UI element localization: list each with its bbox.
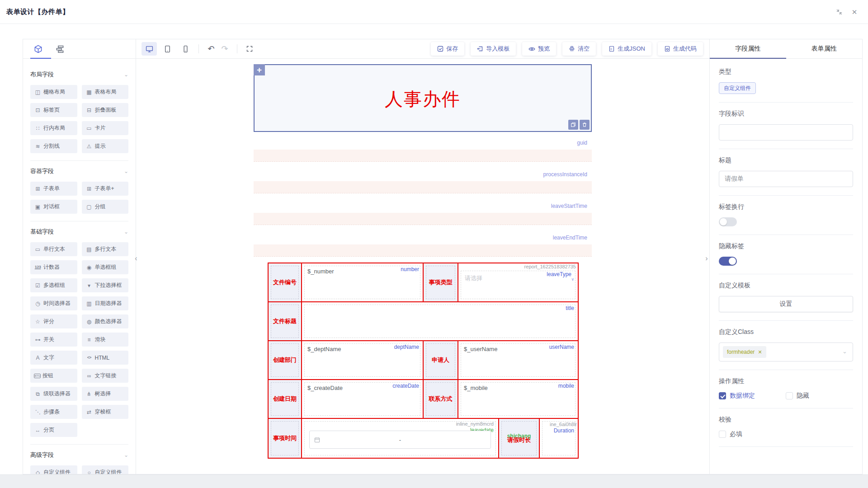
- palette-item-group[interactable]: ▢分组: [82, 200, 129, 214]
- label-cell[interactable]: 创建部门: [269, 341, 302, 379]
- chevron-down-icon[interactable]: ⌄: [124, 71, 128, 78]
- device-tablet-button[interactable]: [160, 42, 175, 56]
- hidden-field-processInstanceId[interactable]: processInstanceId: [254, 168, 592, 193]
- palette-item-color-picker[interactable]: ◍颜色选择器: [82, 314, 129, 328]
- palette-item-multi-line-text[interactable]: ▤多行文本: [82, 242, 129, 256]
- palette-item-pagination[interactable]: ↔分页: [30, 423, 77, 437]
- preview-button[interactable]: 预览: [522, 42, 556, 56]
- chevron-down-icon[interactable]: ⌄: [124, 452, 128, 458]
- field-cell-number[interactable]: $_number number: [302, 263, 424, 301]
- import-template-button[interactable]: 导入模板: [471, 42, 516, 56]
- remove-tag-icon[interactable]: ✕: [758, 349, 762, 355]
- fullscreen-canvas-icon[interactable]: [243, 42, 256, 56]
- palette-item-tab-page[interactable]: ⊡标签页: [30, 103, 77, 117]
- clear-button[interactable]: 清空: [562, 42, 596, 56]
- label-cell[interactable]: 创建日期: [269, 380, 302, 418]
- checkbox-unchecked-icon[interactable]: [719, 431, 726, 438]
- generate-code-button[interactable]: 生成代码: [658, 42, 703, 56]
- label-cell-duration[interactable]: shichang 请假时长: [499, 419, 540, 458]
- design-canvas[interactable]: + 人事办件: [136, 59, 709, 474]
- palette-item-dialog[interactable]: ▣对话框: [30, 200, 77, 214]
- undo-icon[interactable]: ↶: [204, 42, 218, 56]
- label-cell[interactable]: 联系方式: [424, 380, 458, 418]
- save-button[interactable]: 保存: [431, 42, 464, 56]
- custom-class-select[interactable]: formheader ✕ ⌄: [719, 343, 853, 361]
- field-cell-createDate[interactable]: $_createDate createDate: [302, 380, 424, 418]
- field-cell-mobile[interactable]: $_mobile mobile: [458, 380, 578, 418]
- chevron-down-icon[interactable]: ⌄: [124, 229, 128, 235]
- palette-item-steps[interactable]: ⋱步骤条: [30, 405, 77, 419]
- palette-item-text[interactable]: A文字: [30, 351, 77, 365]
- field-key-input[interactable]: [719, 124, 853, 141]
- palette-item-transfer[interactable]: ⇄穿梭框: [82, 405, 129, 419]
- template-settings-button[interactable]: 设置: [719, 296, 853, 312]
- checkbox-checked-icon[interactable]: [719, 392, 726, 399]
- label-cell[interactable]: 事项时间: [269, 419, 302, 458]
- chevron-down-icon[interactable]: ⌄: [124, 168, 128, 174]
- collapse-right-panel-icon[interactable]: ›: [703, 249, 710, 267]
- palette-item-divider[interactable]: ≋分割线: [30, 139, 77, 153]
- palette-item-subform[interactable]: ⊞子表单: [30, 182, 77, 196]
- tab-outline-icon[interactable]: [55, 44, 65, 54]
- field-cell-title[interactable]: title: [302, 302, 578, 340]
- delete-component-icon[interactable]: [580, 120, 590, 130]
- field-cell-userName[interactable]: $_userName userName: [458, 341, 578, 379]
- palette-item-grid-layout[interactable]: ◫栅格布局: [30, 85, 77, 99]
- palette-item-button[interactable]: BTN按钮: [30, 369, 77, 383]
- palette-item-radio-group[interactable]: ◉单选框组: [82, 260, 129, 274]
- palette-item-date-picker[interactable]: ▥日期选择器: [82, 296, 129, 310]
- hidden-field-leaveEndTime[interactable]: leaveEndTime: [254, 231, 592, 257]
- palette-item-single-line-text[interactable]: ▭单行文本: [30, 242, 77, 256]
- palette-item-slider[interactable]: ≡滑块: [82, 333, 129, 347]
- palette-item-subform-plus[interactable]: ⊞子表单+: [82, 182, 129, 196]
- checkbox-unchecked-icon[interactable]: [786, 392, 793, 399]
- label-wrap-toggle[interactable]: [719, 217, 737, 226]
- hide-label-toggle[interactable]: [719, 257, 737, 266]
- palette-item-custom-component[interactable]: ◇自定义组件: [30, 465, 77, 474]
- palette-item-custom-component-2[interactable]: ○自定义组件: [82, 465, 129, 474]
- field-cell-Duration[interactable]: ine_6ai0h8lr Duration: [540, 419, 578, 458]
- palette-item-card[interactable]: ▭卡片: [82, 121, 129, 135]
- form-header-component-selected[interactable]: + 人事办件: [254, 64, 592, 132]
- title-input[interactable]: [719, 171, 853, 187]
- shrink-window-icon[interactable]: [835, 8, 843, 15]
- required-checkbox[interactable]: 必填: [719, 430, 853, 438]
- field-cell-deptName[interactable]: $_deptName deptName: [302, 341, 424, 379]
- palette-item-rate[interactable]: ☆评分: [30, 314, 77, 328]
- label-cell[interactable]: 申请人: [424, 341, 458, 379]
- palette-item-text-link[interactable]: ∞文字链接: [82, 369, 129, 383]
- collapse-left-panel-icon[interactable]: ‹: [133, 249, 139, 267]
- palette-item-html[interactable]: <>HTML: [82, 351, 129, 365]
- redo-icon[interactable]: ↷: [218, 42, 231, 56]
- palette-item-alert[interactable]: ⚠提示: [82, 139, 129, 153]
- hidden-checkbox[interactable]: 隐藏: [786, 392, 809, 400]
- date-range-input[interactable]: -: [309, 431, 491, 449]
- palette-item-switch[interactable]: ⊶开关: [30, 333, 77, 347]
- copy-component-icon[interactable]: [568, 120, 578, 130]
- palette-item-counter[interactable]: 123计数器: [30, 260, 77, 274]
- drag-handle-icon[interactable]: +: [254, 64, 265, 75]
- palette-item-time-picker[interactable]: ◷时间选择器: [30, 296, 77, 310]
- palette-item-inline-layout[interactable]: ∷行内布局: [30, 121, 77, 135]
- tab-field-properties[interactable]: 字段属性: [710, 39, 786, 58]
- field-cell-leaveType[interactable]: report_1622518382735 请选择 leaveType ∨: [458, 263, 578, 301]
- device-desktop-button[interactable]: [142, 42, 157, 56]
- field-cell-leavedate[interactable]: inline_nym8mcrd leavedate -: [302, 419, 499, 458]
- device-phone-button[interactable]: [178, 42, 193, 56]
- data-bind-checkbox[interactable]: 数据绑定: [719, 392, 755, 400]
- palette-item-select[interactable]: ▾下拉选择框: [82, 278, 129, 292]
- palette-item-collapse-panel[interactable]: ⊟折叠面板: [82, 103, 129, 117]
- palette-item-checkbox-group[interactable]: ☑多选框组: [30, 278, 77, 292]
- label-cell[interactable]: 文件编号: [269, 263, 302, 301]
- palette-item-cascader[interactable]: ⧉级联选择器: [30, 387, 77, 401]
- palette-item-tree-select[interactable]: ⋔树选择: [82, 387, 129, 401]
- palette-item-table-layout[interactable]: ▦表格布局: [82, 85, 129, 99]
- tab-components-cube-icon[interactable]: [33, 44, 43, 54]
- hidden-field-guid[interactable]: guid: [254, 136, 592, 162]
- close-icon[interactable]: ✕: [851, 8, 858, 15]
- label-cell[interactable]: 文件标题: [269, 302, 302, 340]
- generate-json-button[interactable]: {} 生成JSON: [602, 42, 651, 56]
- tab-form-properties[interactable]: 表单属性: [786, 39, 863, 58]
- hidden-field-leaveStartTime[interactable]: leaveStartTime: [254, 199, 592, 225]
- label-cell[interactable]: 事项类型: [424, 263, 458, 301]
